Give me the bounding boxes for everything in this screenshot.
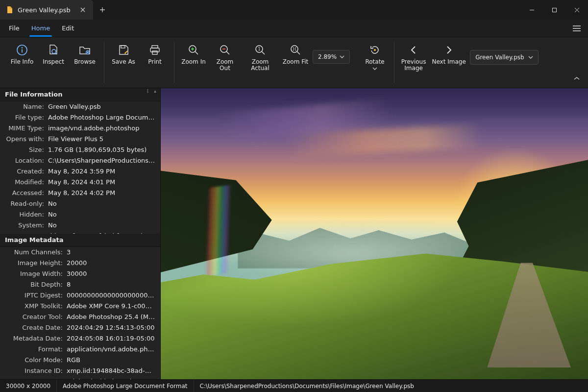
zoom-actual-icon: 1	[253, 43, 267, 57]
zoom-fit-button[interactable]: Zoom Fit	[281, 41, 310, 66]
info-value: No	[48, 210, 155, 219]
menu-bar: File Home Edit	[0, 20, 588, 37]
panel-drag-handle-icon[interactable]: ⋮ ▴	[145, 90, 157, 92]
previous-image-button[interactable]: Previous Image	[399, 41, 428, 73]
zoom-out-icon	[218, 43, 232, 57]
info-row: Document ID:adobe:docid:photoshop:05a3ef…	[0, 376, 160, 379]
rotate-button[interactable]: Rotate	[361, 41, 389, 71]
info-key: Color Mode:	[5, 356, 63, 365]
ribbon-label: Zoom In	[181, 59, 206, 65]
chevron-right-icon	[442, 43, 456, 57]
info-row: Opens with:File Viewer Plus 5	[0, 134, 160, 145]
status-format: Adobe Photoshop Large Document Format	[57, 380, 194, 392]
window-controls	[520, 0, 588, 20]
save-icon	[117, 43, 130, 57]
info-row: IPTC Digest:0000000000000000000000000000…	[0, 290, 160, 301]
ribbon-label: Zoom Fit	[283, 59, 308, 65]
info-value: 2024:04:29 12:54:13-05:00	[67, 323, 155, 332]
info-value: RGB	[67, 356, 155, 365]
image-preview	[161, 88, 588, 379]
info-value: No	[48, 199, 155, 208]
info-key: File type:	[5, 113, 44, 122]
menu-edit[interactable]: Edit	[56, 22, 80, 35]
print-icon	[148, 43, 162, 57]
info-value: Green Valley.psb	[48, 102, 155, 111]
svg-rect-7	[150, 48, 159, 52]
print-button[interactable]: Print	[141, 41, 169, 66]
zoom-actual-button[interactable]: 1 Zoom Actual	[242, 41, 278, 73]
ribbon-label: Browse	[74, 59, 96, 65]
image-metadata-list: Num Channels:3Image Height:20000Image Wi…	[0, 247, 160, 379]
info-row: Location:C:\Users\SharpenedProductions\D…	[0, 155, 160, 166]
info-value: 1.76 GB (1,890,659,035 bytes)	[48, 146, 155, 154]
info-key: Read-only:	[5, 199, 44, 208]
file-selector-dropdown[interactable]: Green Valley.psb	[470, 50, 539, 65]
info-row: System:No	[0, 220, 160, 231]
info-value: 0000000000000000000000000000...	[67, 291, 155, 300]
info-row: Create Date:2024:04:29 12:54:13-05:00	[0, 322, 160, 333]
menu-home[interactable]: Home	[25, 22, 56, 35]
folder-icon	[78, 43, 92, 57]
ribbon-toolbar: File Info Inspect Browse Save As Pr	[0, 37, 588, 88]
svg-point-2	[22, 47, 23, 49]
info-key: Image Width:	[5, 270, 63, 278]
panel-header-label: Image Metadata	[5, 236, 64, 244]
info-icon	[15, 43, 29, 57]
next-image-button[interactable]: Next Image	[431, 41, 467, 66]
image-metadata-header[interactable]: Image Metadata	[0, 234, 160, 247]
file-selector-value: Green Valley.psb	[475, 54, 524, 61]
zoom-percent-dropdown[interactable]: 2.89%	[313, 50, 350, 64]
menu-file[interactable]: File	[3, 22, 25, 35]
zoom-in-icon	[187, 43, 200, 57]
zoom-percent-value: 2.89%	[318, 53, 337, 60]
minimize-button[interactable]	[520, 0, 543, 20]
file-information-header[interactable]: File Information ⋮ ▴	[0, 88, 160, 101]
svg-point-13	[291, 46, 298, 52]
zoom-out-button[interactable]: Zoom Out	[211, 41, 239, 73]
close-window-button[interactable]	[565, 0, 588, 20]
info-key: Bit Depth:	[5, 280, 63, 289]
info-value: application/vnd.adobe.photos...	[67, 345, 155, 354]
browse-button[interactable]: Browse	[71, 41, 99, 66]
svg-rect-8	[152, 51, 157, 54]
info-row: XMP Toolkit:Adobe XMP Core 9.1-c002 79.f…	[0, 301, 160, 312]
file-icon	[6, 6, 14, 14]
title-bar: Green Valley.psb	[0, 0, 588, 20]
info-value: May 8, 2024 3:59 PM	[48, 167, 155, 176]
info-value: C:\Users\SharpenedProductions\Docu...	[48, 156, 155, 165]
chevron-down-icon	[372, 67, 377, 70]
hamburger-menu-button[interactable]	[568, 22, 585, 35]
info-key: Size:	[5, 146, 44, 154]
info-value: 30000	[67, 270, 155, 278]
info-key: Metadata Date:	[5, 334, 63, 343]
close-tab-button[interactable]	[77, 4, 88, 15]
document-tab[interactable]: Green Valley.psb	[0, 0, 93, 20]
info-value: xmp.iid:194884bc-38ad-4016-b...	[67, 367, 155, 375]
inspect-button[interactable]: Inspect	[39, 41, 68, 66]
info-value: Adobe Photoshop 25.4 (Macint...	[67, 313, 155, 321]
svg-rect-0	[552, 8, 556, 12]
info-key: XMP Toolkit:	[5, 302, 63, 311]
info-row: Image Width:30000	[0, 269, 160, 279]
info-key: System:	[5, 221, 44, 230]
inspect-icon	[47, 43, 60, 57]
info-row: Image Height:20000	[0, 258, 160, 269]
svg-point-14	[374, 49, 376, 51]
status-dimensions: 30000 x 20000	[0, 380, 57, 392]
info-key: IPTC Digest:	[5, 291, 63, 300]
ribbon-label: Previous Image	[400, 59, 427, 72]
maximize-button[interactable]	[543, 0, 565, 20]
image-viewer[interactable]	[161, 88, 588, 379]
status-bar: 30000 x 20000 Adobe Photoshop Large Docu…	[0, 379, 588, 392]
new-tab-button[interactable]	[93, 0, 112, 20]
file-info-button[interactable]: File Info	[8, 41, 36, 66]
zoom-in-button[interactable]: Zoom In	[179, 41, 208, 66]
save-as-button[interactable]: Save As	[109, 41, 138, 66]
collapse-ribbon-button[interactable]	[570, 73, 583, 84]
info-value: image/vnd.adobe.photoshop	[48, 124, 155, 133]
chevron-down-icon	[528, 56, 533, 59]
info-key: Modified:	[5, 178, 44, 187]
info-key: Document ID:	[5, 377, 63, 379]
info-key: Instance ID:	[5, 367, 63, 375]
info-value: File Viewer Plus 5	[48, 135, 155, 144]
